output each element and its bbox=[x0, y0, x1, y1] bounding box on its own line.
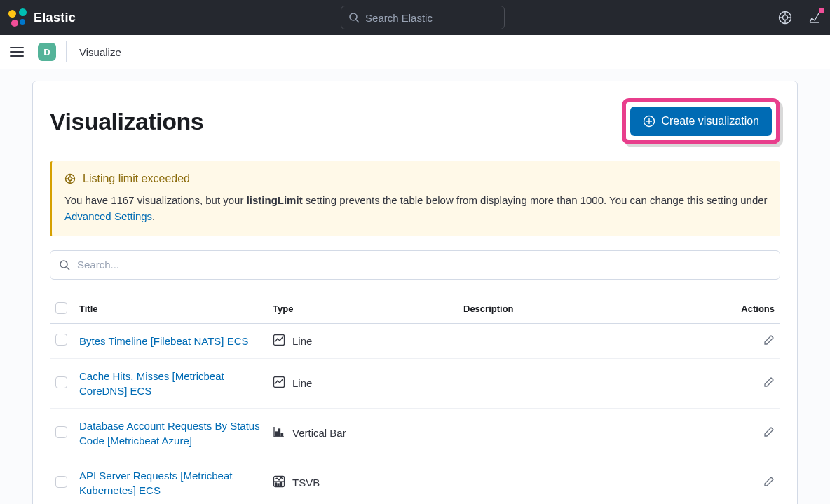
row-checkbox[interactable] bbox=[55, 426, 67, 438]
edit-icon[interactable] bbox=[763, 336, 775, 348]
edit-icon[interactable] bbox=[763, 378, 775, 390]
svg-point-3 bbox=[782, 15, 787, 20]
visualization-link[interactable]: Database Account Requests By Status Code… bbox=[79, 418, 261, 448]
visualization-description bbox=[458, 323, 735, 358]
create-visualization-label: Create visualization bbox=[661, 115, 759, 128]
callout-title: Listing limit exceeded bbox=[83, 172, 190, 185]
callout-text: . bbox=[152, 210, 155, 222]
global-search[interactable]: Search Elastic bbox=[341, 6, 505, 29]
plus-circle-icon bbox=[643, 115, 655, 128]
visualization-description bbox=[458, 458, 735, 504]
create-visualization-highlight: Create visualization bbox=[622, 98, 780, 144]
global-search-placeholder: Search Elastic bbox=[365, 12, 433, 24]
column-title[interactable]: Title bbox=[74, 295, 267, 324]
row-checkbox[interactable] bbox=[55, 476, 67, 488]
vis-type-icon bbox=[273, 376, 285, 390]
visualization-link[interactable]: Cache Hits, Misses [Metricbeat CoreDNS] … bbox=[79, 369, 261, 398]
divider bbox=[66, 41, 67, 62]
brand-name: Elastic bbox=[34, 11, 76, 25]
list-search-input[interactable] bbox=[77, 259, 771, 271]
column-type[interactable]: Type bbox=[267, 295, 458, 324]
visualization-description bbox=[458, 408, 735, 458]
row-checkbox[interactable] bbox=[55, 376, 67, 388]
advanced-settings-link[interactable]: Advanced Settings bbox=[64, 210, 152, 222]
help-icon[interactable] bbox=[778, 11, 792, 25]
create-visualization-button[interactable]: Create visualization bbox=[630, 107, 772, 136]
vis-type-icon bbox=[273, 334, 285, 348]
warning-icon bbox=[64, 173, 76, 184]
vis-type-label: Line bbox=[292, 335, 312, 347]
global-header: Elastic Search Elastic bbox=[0, 0, 830, 35]
vis-type-icon bbox=[273, 425, 285, 440]
listing-limit-callout: Listing limit exceeded You have 1167 vis… bbox=[50, 161, 780, 236]
svg-point-17 bbox=[60, 261, 67, 268]
breadcrumb[interactable]: Visualize bbox=[79, 46, 121, 58]
search-icon bbox=[348, 12, 360, 23]
table-row: Cache Hits, Misses [Metricbeat CoreDNS] … bbox=[50, 358, 780, 408]
svg-rect-25 bbox=[281, 433, 283, 436]
nav-toggle-icon[interactable] bbox=[10, 47, 24, 57]
visualization-link[interactable]: Bytes Timeline [Filebeat NATS] ECS bbox=[79, 334, 248, 348]
page-title: Visualizations bbox=[50, 108, 203, 135]
space-avatar[interactable]: D bbox=[38, 43, 56, 61]
column-actions: Actions bbox=[735, 295, 780, 324]
newsfeed-icon[interactable] bbox=[808, 11, 822, 25]
search-icon bbox=[59, 259, 70, 271]
callout-body: You have 1167 visualizations, but your l… bbox=[64, 192, 768, 225]
svg-line-1 bbox=[356, 20, 359, 22]
notification-dot-icon bbox=[819, 8, 824, 13]
table-row: Database Account Requests By Status Code… bbox=[50, 408, 780, 458]
svg-point-12 bbox=[69, 177, 72, 181]
list-search[interactable] bbox=[50, 250, 780, 280]
edit-icon[interactable] bbox=[763, 477, 775, 489]
svg-rect-23 bbox=[275, 432, 278, 436]
table-row: API Server Requests [Metricbeat Kubernet… bbox=[50, 458, 780, 504]
svg-rect-29 bbox=[278, 484, 279, 486]
svg-rect-30 bbox=[280, 483, 282, 486]
svg-rect-24 bbox=[278, 429, 280, 436]
svg-point-0 bbox=[350, 13, 357, 20]
elastic-logo-icon bbox=[8, 8, 27, 27]
visualizations-table: Title Type Description Actions Bytes Tim… bbox=[50, 295, 780, 505]
vis-type-label: Vertical Bar bbox=[292, 427, 346, 439]
vis-type-label: TSVB bbox=[292, 477, 320, 489]
app-header: D Visualize bbox=[0, 35, 830, 69]
column-description[interactable]: Description bbox=[458, 295, 735, 324]
svg-line-18 bbox=[67, 267, 69, 270]
edit-icon[interactable] bbox=[763, 428, 775, 440]
vis-type-label: Line bbox=[292, 377, 312, 389]
visualization-description bbox=[458, 358, 735, 408]
visualizations-panel: Visualizations Create visualization List… bbox=[32, 81, 798, 504]
callout-bold: listingLimit bbox=[247, 194, 303, 206]
callout-text: setting prevents the table below from di… bbox=[303, 194, 768, 206]
row-checkbox[interactable] bbox=[55, 334, 67, 346]
table-row: Bytes Timeline [Filebeat NATS] ECSLine bbox=[50, 323, 780, 358]
vis-type-icon bbox=[273, 475, 285, 490]
visualization-link[interactable]: API Server Requests [Metricbeat Kubernet… bbox=[79, 468, 261, 498]
callout-text: You have 1167 visualizations, but your bbox=[64, 194, 247, 206]
select-all-checkbox[interactable] bbox=[55, 302, 67, 314]
svg-rect-28 bbox=[275, 483, 277, 486]
